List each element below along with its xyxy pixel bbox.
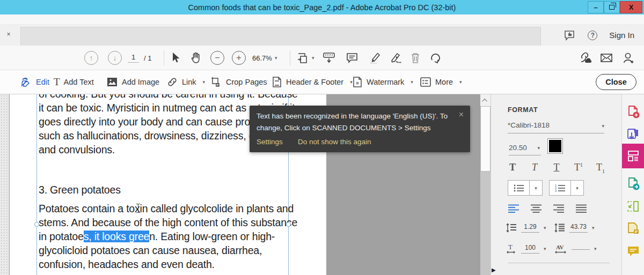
align-right-button[interactable] [553,204,565,213]
font-family-dropdown[interactable]: *Calibri-1818 ▾ [508,121,604,133]
edit-tool[interactable]: Edit [20,70,49,94]
tools-rail [621,94,644,275]
minimize-button[interactable]: – [588,1,604,13]
page-number-input[interactable]: 1 [128,53,139,63]
numbered-list-dropdown[interactable]: 1 2 3 ▾ [549,180,584,196]
tool-organize-pages[interactable] [622,144,644,168]
panel-expand-icon[interactable]: ▶ [492,267,496,273]
textbox-handle-right[interactable] [286,222,291,227]
resize-page-icon [626,199,640,213]
select-tool-button[interactable] [169,46,182,70]
horizontal-scale-dropdown[interactable]: 100 [521,244,539,254]
numbered-list-icon: 1 2 3 [554,183,566,193]
restore-button[interactable] [604,1,620,13]
signature-pen-icon [390,51,404,64]
sign-in-button[interactable]: Sign In [609,31,634,40]
zoom-in-button[interactable]: + [232,51,246,65]
page-fit-dropdown[interactable]: ▾ [296,46,314,70]
subscript-button[interactable]: T1 [596,162,605,174]
share-link-button[interactable] [577,46,592,70]
dismiss-link[interactable]: Do not show this again [298,138,371,146]
tool-comment[interactable] [622,240,644,263]
more-tool[interactable]: More ▾ [420,70,462,94]
chevron-down-icon[interactable]: ▾ [544,225,546,231]
bullet-list-dropdown[interactable]: ▾ [508,180,543,196]
add-image-label: Add Image [122,78,159,86]
italic-button[interactable]: T [530,162,539,174]
chevron-down-icon[interactable]: ▾ [544,246,546,251]
chevron-down-icon: ▾ [537,145,540,151]
doc-line: stems. And because of the high content o… [39,217,297,229]
add-image-tool[interactable]: Add Image [106,70,159,94]
superscript-button[interactable]: T1 [574,162,583,174]
link-label: Link [182,78,196,86]
help-icon[interactable]: ? [588,31,597,40]
zoom-level-value: 66.7% [252,54,272,62]
tool-export-pdf[interactable] [622,123,644,146]
settings-link[interactable]: Settings [257,138,283,146]
comment-tool-button[interactable] [346,46,358,70]
cursor-icon [171,52,180,64]
header-footer-tool[interactable]: Header & Footer ▾ [272,70,353,94]
align-justify-button[interactable] [575,204,587,213]
close-tab-icon[interactable]: × [4,30,13,39]
image-icon [106,77,118,87]
edit-toolbar: Edit T Add Text Add Image Link ▾ [0,70,644,94]
email-button[interactable] [599,46,613,70]
redo-button[interactable] [428,46,442,70]
paragraph-spacing-icon [554,223,565,233]
align-center-button[interactable] [530,204,542,213]
format-panel: FORMAT *Calibri-1818 ▾ 20.50 ▾ T T T T1 … [491,94,621,275]
chevron-down-icon[interactable]: ▾ [594,246,597,251]
zoom-level-dropdown[interactable]: 66.7% ▾ [252,46,277,70]
character-spacing-dropdown[interactable] [572,248,590,250]
font-color-swatch[interactable] [548,139,562,153]
title-bar: Common foods that can be toxic_Page_2.pd… [0,0,644,14]
document-tab[interactable] [20,27,541,46]
tool-enhance-scans[interactable] [622,173,644,195]
feedback-icon[interactable] [564,30,576,41]
minus-icon: − [215,53,219,63]
fill-sign-doc-icon [626,222,640,236]
tool-edit-pdf[interactable] [622,195,644,218]
close-window-button[interactable]: X [620,1,642,13]
previous-page-button[interactable]: ↑ [84,51,98,65]
ocr-notification: Text has been recognized in the language… [250,106,470,152]
underline-button[interactable]: T [552,162,561,174]
link-tool[interactable]: Link ▾ [166,70,205,94]
align-left-button[interactable] [508,204,519,213]
chevron-down-icon[interactable]: ▾ [592,225,595,231]
paragraph-spacing-dropdown[interactable]: 43.73 [569,223,588,233]
collapsed-nav-pane[interactable] [0,94,9,275]
crop-pages-tool[interactable]: Crop Pages [210,70,267,94]
highlight-tool-button[interactable] [368,46,381,70]
next-page-button[interactable]: ↓ [108,51,122,65]
bold-button[interactable]: T [508,162,517,174]
close-edit-button[interactable]: Close [596,74,636,90]
textbox-handle-left[interactable] [34,222,39,227]
tool-create-pdf[interactable] [622,101,644,123]
zoom-out-button[interactable]: − [210,51,224,65]
fit-width-icon [296,51,309,64]
notification-close-icon[interactable]: × [459,110,464,120]
line-pre: in potatoe [39,231,84,242]
add-text-tool[interactable]: T Add Text [54,70,94,94]
account-button[interactable] [621,46,635,70]
scrolling-mode-button[interactable] [322,46,336,70]
vertical-scrollbar[interactable] [480,94,491,275]
chevron-down-icon: ▾ [275,55,277,61]
restore-icon [609,5,614,10]
font-size-dropdown[interactable]: 20.50 ▾ [509,144,541,155]
fill-sign-tool-button[interactable] [390,46,404,70]
tool-fill-sign[interactable] [622,218,644,240]
scrolling-page-icon [322,51,336,64]
hand-tool-button[interactable] [189,46,203,70]
scroll-up-button[interactable] [480,94,491,106]
delete-tool-button[interactable] [409,46,421,70]
scrollbar-thumb[interactable] [480,106,491,172]
watermark-tool[interactable]: Watermark ▾ [352,70,413,94]
doc-heading: 3. Green potatoes [39,184,121,196]
close-label: Close [605,78,627,86]
line-spacing-dropdown[interactable]: 1.29 [521,223,539,233]
envelope-icon [599,52,613,64]
